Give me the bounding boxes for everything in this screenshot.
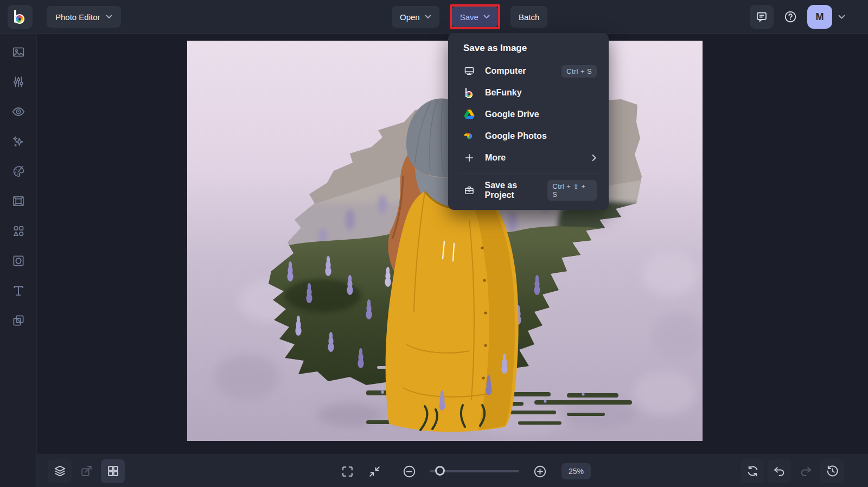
history-icon (826, 464, 839, 478)
layers-button[interactable] (48, 459, 72, 483)
avatar-initial: M (816, 11, 824, 23)
plus-icon (463, 152, 475, 163)
menu-item-label: BeFunky (485, 88, 522, 98)
text-icon (11, 284, 25, 298)
help-icon (783, 10, 797, 24)
chevron-down-icon (483, 15, 490, 19)
sidebar-item-touchup[interactable] (8, 101, 29, 123)
menu-item-label: Computer (485, 66, 526, 76)
canvas-artwork (187, 41, 703, 441)
batch-button[interactable]: Batch (510, 6, 547, 28)
tools-sidebar (0, 34, 37, 487)
app-switcher-button[interactable]: Photo Editor (47, 6, 121, 28)
sidebar-item-overlays[interactable] (8, 250, 29, 272)
adjust-sliders-icon (11, 75, 25, 89)
history-controls (741, 459, 844, 483)
undo-button[interactable] (767, 459, 791, 483)
fit-screen-icon (368, 465, 381, 478)
transform-icon (80, 464, 93, 478)
befunky-logo[interactable] (8, 5, 33, 29)
menu-item-save-as-project[interactable]: Save as Project Ctrl + ⇧ + S (448, 178, 609, 202)
textures-icon (11, 313, 25, 328)
fullscreen-icon (341, 465, 354, 478)
google-photos-icon (463, 131, 475, 142)
sidebar-item-graphics[interactable] (8, 220, 29, 242)
transform-button (74, 459, 98, 483)
zoom-controls: 25% (335, 455, 591, 487)
app-switcher-label: Photo Editor (55, 12, 100, 22)
open-button[interactable]: Open (392, 6, 439, 28)
frames-icon (11, 194, 25, 208)
sidebar-item-text[interactable] (8, 280, 29, 302)
menu-divider (461, 174, 600, 174)
reset-icon (746, 464, 760, 478)
fit-screen-button[interactable] (362, 459, 386, 483)
zoom-slider[interactable] (430, 470, 519, 472)
menu-item-befunky[interactable]: BeFunky (448, 82, 609, 104)
account-chevron-down-icon[interactable] (838, 15, 845, 20)
zoom-slider-track[interactable] (430, 470, 519, 472)
bottom-left-tools (48, 459, 125, 483)
top-bar: Photo Editor Open Save Batch (0, 0, 868, 34)
save-menu-section-title: Save as Image (448, 42, 609, 60)
overlays-icon (11, 254, 25, 268)
undo-icon (773, 464, 786, 478)
zoom-in-button[interactable] (528, 459, 552, 483)
artsy-palette-icon (11, 164, 25, 178)
sidebar-item-frames[interactable] (8, 190, 29, 212)
history-button[interactable] (820, 459, 844, 483)
sidebar-item-edit[interactable] (8, 41, 29, 63)
befunky-logo-icon (14, 10, 26, 24)
redo-button (794, 459, 818, 483)
sidebar-item-textures[interactable] (8, 310, 29, 331)
sidebar-item-adjust[interactable] (8, 71, 29, 93)
templates-grid-button[interactable] (101, 459, 125, 483)
layers-icon (53, 464, 67, 478)
menu-item-label: More (485, 153, 506, 163)
open-label: Open (400, 12, 420, 22)
shortcut-badge: Ctrl + S (561, 65, 597, 78)
graphics-shapes-icon (11, 224, 25, 238)
shortcut-badge: Ctrl + ⇧ + S (547, 180, 597, 201)
reset-button[interactable] (741, 459, 764, 483)
menu-item-label: Google Photos (485, 131, 547, 141)
save-label: Save (460, 12, 478, 22)
main-actions: Open Save Batch (392, 4, 547, 29)
save-dropdown-menu: Save as Image Computer Ctrl + S BeFunky … (448, 33, 609, 210)
google-drive-icon (463, 110, 475, 119)
effects-sparkles-icon (11, 134, 25, 149)
menu-item-more[interactable]: More (448, 147, 609, 169)
zoom-level-badge[interactable]: 25% (561, 463, 591, 479)
befunky-icon (463, 88, 475, 98)
canvas-image[interactable] (187, 41, 703, 441)
menu-item-computer[interactable]: Computer Ctrl + S (448, 60, 609, 82)
zoom-level-value: 25% (569, 467, 584, 476)
menu-item-google-drive[interactable]: Google Drive (448, 104, 609, 125)
feedback-button[interactable] (750, 5, 774, 29)
fullscreen-button[interactable] (335, 459, 359, 483)
computer-icon (463, 66, 475, 76)
batch-label: Batch (519, 12, 539, 22)
menu-item-label: Save as Project (485, 181, 548, 200)
help-button[interactable] (780, 5, 801, 29)
annotation-highlight-box: Save (450, 4, 500, 29)
menu-item-google-photos[interactable]: Google Photos (448, 125, 609, 147)
chevron-down-icon (425, 15, 431, 19)
topbar-right-controls: M (750, 5, 845, 29)
feedback-icon (755, 10, 768, 23)
templates-grid-icon (106, 464, 120, 478)
chevron-down-icon (106, 15, 112, 19)
zoom-in-icon (533, 464, 547, 479)
sidebar-item-effects[interactable] (8, 131, 29, 152)
user-avatar[interactable]: M (807, 5, 832, 29)
briefcase-icon (463, 185, 475, 196)
menu-item-label: Google Drive (485, 110, 539, 119)
zoom-slider-handle[interactable] (435, 466, 445, 476)
zoom-out-icon (402, 464, 417, 479)
photo-edit-icon (11, 45, 25, 59)
sidebar-item-artsy[interactable] (8, 161, 29, 182)
chevron-right-icon (592, 154, 597, 162)
touchup-eye-icon (11, 105, 25, 119)
zoom-out-button[interactable] (397, 459, 421, 483)
save-button[interactable]: Save (452, 7, 498, 27)
